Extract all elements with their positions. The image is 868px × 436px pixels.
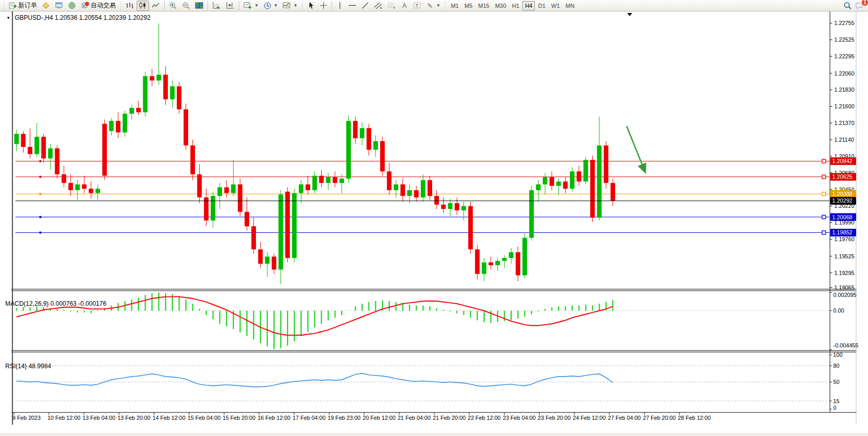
timeframe-d1-button[interactable]: D1 <box>535 1 548 10</box>
svg-text:13 Feb 20:00: 13 Feb 20:00 <box>117 415 150 421</box>
candlestick-mode-button[interactable] <box>137 1 149 11</box>
timeframe-h1-button[interactable]: H1 <box>509 1 522 10</box>
line-edge-marker[interactable] <box>822 192 826 196</box>
chart-shift-button[interactable] <box>224 1 237 11</box>
svg-text:10 Feb 12:00: 10 Feb 12:00 <box>47 415 80 421</box>
toolbar-grip[interactable] <box>119 2 122 10</box>
notification-badge: 1 <box>861 0 868 6</box>
mt4-application: 新订单 <box>0 0 868 436</box>
line-anchor-marker[interactable] <box>39 216 41 218</box>
data-window-icon <box>55 2 63 9</box>
period-button[interactable]: ▼ <box>261 1 280 11</box>
svg-text:14 Feb 12:00: 14 Feb 12:00 <box>153 415 186 421</box>
equidistant-channel-icon: E <box>374 2 383 9</box>
cursor-button[interactable] <box>305 1 317 11</box>
svg-text:21 Feb 04:00: 21 Feb 04:00 <box>398 415 431 421</box>
svg-text:1.22295: 1.22295 <box>834 53 854 59</box>
svg-text:23 Feb 04:00: 23 Feb 04:00 <box>503 415 535 421</box>
one-click-menu-toggle[interactable]: ▼ <box>6 16 10 20</box>
line-anchor-marker[interactable] <box>39 176 41 178</box>
toolbar-right-group: 1 <box>843 1 866 10</box>
svg-text:0: 0 <box>833 405 836 411</box>
svg-text:24 Feb 12:00: 24 Feb 12:00 <box>573 415 606 421</box>
new-order-button[interactable]: 新订单 <box>7 1 39 11</box>
data-window-button[interactable] <box>53 1 65 11</box>
svg-text:1.21830: 1.21830 <box>834 86 854 93</box>
profiles-button[interactable] <box>40 1 52 11</box>
vertical-line-tool-button[interactable] <box>334 1 346 11</box>
line-anchor-marker[interactable] <box>39 232 41 234</box>
indicators-button[interactable]: ▼ <box>280 1 300 11</box>
zoom-out-button[interactable] <box>180 1 192 11</box>
channel-tool-button[interactable]: E <box>372 1 385 11</box>
zoom-in-icon <box>169 2 177 10</box>
timeframe-mn-button[interactable]: MN <box>563 1 577 10</box>
candle-bar <box>590 156 595 222</box>
candle-bar <box>143 72 148 117</box>
candle-bar <box>292 189 297 262</box>
svg-text:1.19525: 1.19525 <box>834 253 854 259</box>
low-value: 1.20239 <box>103 14 126 21</box>
new-order-icon <box>9 2 17 9</box>
line-edge-marker[interactable] <box>822 175 826 179</box>
notifications-button[interactable]: 1 <box>855 1 864 10</box>
text-tool-button[interactable]: A <box>399 1 410 11</box>
candle-bar <box>529 186 534 241</box>
zoom-in-button[interactable] <box>167 1 179 11</box>
bar-chart-mode-button[interactable] <box>124 1 136 11</box>
horizontal-line-tool-button[interactable] <box>346 1 359 11</box>
line-edge-marker[interactable] <box>822 215 826 219</box>
horizontal-line-icon <box>348 2 357 9</box>
crosshair-button[interactable] <box>317 1 329 11</box>
line-anchor-marker[interactable] <box>39 193 41 195</box>
candle-bar <box>346 115 351 183</box>
bar-chart-icon <box>126 2 134 9</box>
trendline-tool-button[interactable] <box>359 1 371 11</box>
svg-text:27 Feb 20:00: 27 Feb 20:00 <box>643 415 676 421</box>
text-label-tool-button[interactable]: T <box>411 1 423 11</box>
fibonacci-icon: F <box>387 2 396 9</box>
svg-text:17 Feb 04:00: 17 Feb 04:00 <box>292 415 325 421</box>
line-chart-mode-button[interactable] <box>150 1 162 11</box>
candle-bar <box>177 82 181 114</box>
toolbar-grip[interactable] <box>301 2 304 10</box>
timeframe-h4-button[interactable]: H4 <box>522 1 535 10</box>
timeframe-m15-button[interactable]: M15 <box>475 1 492 10</box>
text-label-icon: T <box>413 2 421 9</box>
svg-text:13 Feb 04:00: 13 Feb 04:00 <box>82 415 115 421</box>
svg-text:1.22755: 1.22755 <box>834 20 854 26</box>
line-anchor-marker[interactable] <box>39 160 41 162</box>
toolbar-grip[interactable] <box>444 2 447 10</box>
svg-text:28 Feb 12:00: 28 Feb 12:00 <box>678 415 711 421</box>
auto-trading-button[interactable]: 自动交易 <box>79 1 118 11</box>
svg-text:9 Feb 2023: 9 Feb 2023 <box>13 415 41 421</box>
fibonacci-tool-button[interactable]: F <box>385 1 398 11</box>
timeframe-m30-button[interactable]: M30 <box>493 1 509 10</box>
svg-text:1.22060: 1.22060 <box>834 70 854 77</box>
line-edge-marker[interactable] <box>822 159 826 163</box>
search-icon[interactable] <box>843 2 852 10</box>
crosshair-icon <box>320 2 327 9</box>
macd-indicator-label: MACD(12,26,9) 0.000763 -0.000176 <box>5 300 106 307</box>
timeframe-m5-button[interactable]: M5 <box>462 1 475 10</box>
candle-bar <box>184 104 188 150</box>
timeframe-w1-button[interactable]: W1 <box>548 1 563 10</box>
candle-bar <box>522 233 527 278</box>
tile-windows-button[interactable] <box>193 1 205 11</box>
navigator-button[interactable] <box>66 1 78 11</box>
svg-text:19 Feb 23:00: 19 Feb 23:00 <box>328 415 361 421</box>
svg-text:20 Feb 12:00: 20 Feb 12:00 <box>363 415 396 421</box>
chart-canvas[interactable]: 1.227551.225251.222951.220601.218301.216… <box>0 11 868 436</box>
svg-text:50: 50 <box>833 379 839 385</box>
arrows-tool-button[interactable]: ▼ <box>424 1 443 11</box>
svg-text:0.00: 0.00 <box>833 307 844 314</box>
toolbar-grip[interactable] <box>3 2 5 10</box>
auto-scroll-button[interactable] <box>210 1 223 11</box>
line-edge-marker[interactable] <box>822 231 826 234</box>
open-value: 1.20536 <box>55 14 77 21</box>
clock-icon <box>263 2 272 10</box>
svg-text:1.19295: 1.19295 <box>834 270 854 276</box>
timeframe-m1-button[interactable]: M1 <box>448 1 461 10</box>
new-chart-button[interactable]: ▼ <box>241 1 261 11</box>
svg-text:80: 80 <box>833 363 839 369</box>
